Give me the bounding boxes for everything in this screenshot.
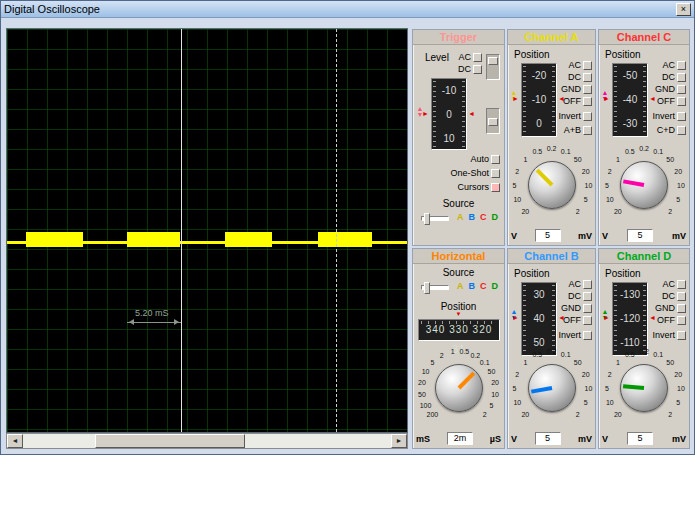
scale-value: -10 [522,88,556,112]
channel-b-dc[interactable]: DC [568,291,592,301]
channel-b-gain-knob[interactable] [528,364,576,412]
channel-c-sum[interactable]: C+D [657,125,686,135]
channel-b-invert[interactable]: Invert [558,330,592,340]
scale-value: -130 [613,283,647,307]
scale-value: 30 [522,283,556,307]
gain-value: 5 [535,229,561,242]
knob-pointer [457,372,475,390]
sum-label: A+B [564,125,581,135]
ac-label: AC [662,60,675,70]
scope-scrollbar[interactable]: ◄ ► [6,433,408,449]
gnd-button[interactable] [583,304,592,313]
trigger-auto[interactable]: Auto [470,154,500,164]
dc-button[interactable] [677,73,686,82]
invert-label: Invert [558,111,581,121]
trigger-one-shot[interactable]: One-Shot [450,168,500,178]
gnd-label: GND [561,84,581,94]
channel-a-ac[interactable]: AC [568,60,592,70]
scroll-right-icon[interactable]: ► [391,434,407,448]
channel-c-gnd[interactable]: GND [655,84,686,94]
channel-c-ac[interactable]: AC [662,60,686,70]
horizontal-position-tape[interactable]: 340 330 320 31 [418,319,500,341]
trigger-cursors[interactable]: Cursors [457,182,500,192]
channel-a-gain-knob[interactable] [528,161,576,209]
trigger-dc[interactable]: DC [458,64,482,74]
channel-b-units: V 5 mV [511,432,592,445]
gain-value: 5 [627,229,653,242]
channel-a-title: Channel A [508,30,595,45]
knob-pointer [623,179,644,187]
trigger-edge-switch[interactable] [486,108,500,134]
channel-c-dc[interactable]: DC [662,72,686,82]
channel-a-off[interactable]: OFF [563,96,592,106]
timebase-knob[interactable] [435,364,483,412]
gnd-button[interactable] [677,85,686,94]
channel-a-position-display: -20 -10 0 [521,63,557,137]
off-button[interactable] [677,97,686,106]
dc-button[interactable] [473,65,482,74]
trigger-source-slider[interactable] [421,216,449,221]
channel-c-gain-knob[interactable] [620,161,668,209]
trigger-coupling-switch[interactable] [486,54,500,80]
off-button[interactable] [583,97,592,106]
trigger-title: Trigger [413,30,504,45]
unit-left: V [602,434,608,444]
channel-d-ac[interactable]: AC [662,279,686,289]
invert-button[interactable] [583,331,592,340]
auto-button[interactable] [491,155,500,164]
sum-button[interactable] [677,126,686,135]
off-button[interactable] [677,316,686,325]
cursor-line-dashed[interactable] [336,29,337,432]
slider-thumb[interactable] [424,213,430,225]
measure-arrow-icon [127,322,181,323]
horizontal-units: mS 2m µS [416,432,501,445]
gain-value: 5 [535,432,561,445]
ac-button[interactable] [677,280,686,289]
channel-b-off[interactable]: OFF [563,315,592,325]
channel-d-gnd[interactable]: GND [655,303,686,313]
channel-a-dc[interactable]: DC [568,72,592,82]
source-d-label: D [492,281,499,291]
titlebar[interactable]: Digital Oscilloscope × [1,1,694,18]
unit-right: mV [672,231,686,241]
channel-a-invert[interactable]: Invert [558,111,592,121]
dc-button[interactable] [677,292,686,301]
gnd-button[interactable] [583,85,592,94]
cursor-line-solid[interactable] [181,29,182,432]
channel-b-title: Channel B [508,249,595,264]
dc-label: DC [662,291,675,301]
scroll-left-icon[interactable]: ◄ [7,434,23,448]
dc-button[interactable] [583,73,592,82]
trigger-ac[interactable]: AC [458,52,482,62]
off-label: OFF [563,315,581,325]
sum-button[interactable] [583,126,592,135]
channel-a-sum[interactable]: A+B [564,125,592,135]
channel-b-gnd[interactable]: GND [561,303,592,313]
cursors-button[interactable] [491,183,500,192]
channel-b-ac[interactable]: AC [568,279,592,289]
channel-d-invert[interactable]: Invert [652,330,686,340]
channel-a-gnd[interactable]: GND [561,84,592,94]
channel-b-knob-area: 20105210.50.20.150201052 [508,342,595,430]
gnd-button[interactable] [677,304,686,313]
ac-button[interactable] [583,280,592,289]
channel-c-off[interactable]: OFF [657,96,686,106]
invert-button[interactable] [677,112,686,121]
channel-c-invert[interactable]: Invert [652,111,686,121]
one-shot-button[interactable] [491,169,500,178]
slider-thumb[interactable] [424,282,430,294]
scroll-thumb[interactable] [95,434,245,448]
ac-button[interactable] [473,53,482,62]
channel-d-off[interactable]: OFF [657,315,686,325]
dc-button[interactable] [583,292,592,301]
channel-d-dc[interactable]: DC [662,291,686,301]
channel-d-gain-knob[interactable] [620,364,668,412]
off-button[interactable] [583,316,592,325]
close-icon[interactable]: × [676,3,691,16]
scroll-track[interactable] [23,434,391,448]
invert-button[interactable] [583,112,592,121]
invert-button[interactable] [677,331,686,340]
ac-button[interactable] [583,61,592,70]
ac-button[interactable] [677,61,686,70]
horizontal-source-slider[interactable] [421,285,449,290]
